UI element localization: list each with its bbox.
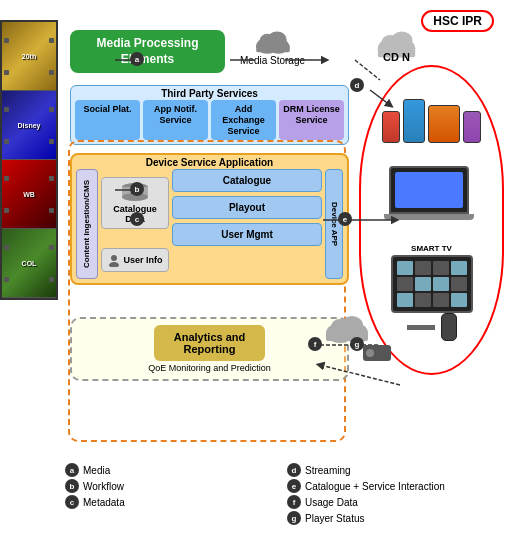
tv-cell: [397, 277, 413, 291]
qoe-label: QoE Monitoring and Prediction: [148, 363, 271, 373]
legend-item-usage: f Usage Data: [287, 495, 499, 509]
user-info-box: User Info: [101, 248, 169, 272]
svg-point-13: [111, 255, 117, 261]
smart-tv-group: SMART TV: [391, 244, 473, 341]
hsc-ipr-label: HSC IPR: [421, 10, 494, 32]
tv-bottom: [407, 313, 457, 341]
tv-cell: [433, 277, 449, 291]
badge-legend-e: e: [287, 479, 301, 493]
device-app-text: Device APP: [330, 202, 339, 246]
tv-cell: [451, 277, 467, 291]
badge-b: b: [130, 182, 144, 196]
tv-stand: [407, 325, 435, 330]
laptop-screen-display: [395, 172, 463, 208]
service-social: Social Plat.: [75, 100, 140, 140]
legend-media-label: Media: [83, 465, 110, 476]
func-usermgmt: User Mgmt: [172, 223, 322, 246]
analytics-inner: Analytics andReporting: [154, 325, 266, 361]
svg-point-14: [109, 262, 119, 267]
media-processing-box: Media Processing Elements: [70, 30, 225, 73]
tablet-1: [428, 105, 460, 143]
media-storage-label: Media Storage: [240, 55, 305, 66]
func-playout: Playout: [172, 196, 322, 219]
content-ingestion-label: Content Ingestion/CMS: [83, 180, 92, 268]
device-functions: Catalogue Playout User Mgmt: [172, 169, 322, 279]
service-appnotif: App Notif. Service: [143, 100, 208, 140]
badge-legend-c: c: [65, 495, 79, 509]
third-party-services-box: Third Party Services Social Plat. App No…: [70, 85, 349, 145]
film-strip: 20th Disney WB COL: [0, 20, 58, 300]
badge-c: c: [130, 212, 144, 226]
device-service-content: Content Ingestion/CMS Catalogue Data: [76, 169, 343, 279]
cdn-cloud: CD N: [374, 27, 419, 63]
badge-legend-g: g: [287, 511, 301, 525]
svg-point-8: [391, 31, 412, 49]
legend: a Media d Streaming b Workflow e Catalog…: [65, 463, 499, 525]
badge-legend-d: d: [287, 463, 301, 477]
film-frame-1: 20th: [2, 22, 56, 91]
tv-cell: [397, 261, 413, 275]
legend-item-media: a Media: [65, 463, 277, 477]
legend-item-player: g Player Status: [287, 511, 499, 525]
phones-group: [382, 99, 481, 143]
user-info-icon: [107, 253, 121, 267]
tv-cell: [415, 261, 431, 275]
media-storage: Media Storage: [240, 27, 305, 66]
legend-item-workflow: b Workflow: [65, 479, 277, 493]
film-frame-4: COL: [2, 229, 56, 298]
legend-player-label: Player Status: [305, 513, 364, 524]
tv-cell: [415, 293, 431, 307]
laptop-base: [384, 214, 474, 220]
badge-legend-f: f: [287, 495, 301, 509]
media-storage-cloud-icon: [253, 27, 293, 55]
phone-1: [382, 111, 400, 143]
third-party-label: Third Party Services: [161, 88, 258, 99]
content-ingestion-box: Content Ingestion/CMS: [76, 169, 98, 279]
legend-workflow-label: Workflow: [83, 481, 124, 492]
tv-cell: [415, 277, 431, 291]
legend-item-empty: [65, 511, 277, 525]
tv-cell: [451, 261, 467, 275]
devices-panel: SMART TV: [359, 65, 504, 375]
film-frame-3: WB: [2, 160, 56, 229]
phone-2: [403, 99, 425, 143]
cdn-label: CD N: [383, 51, 410, 63]
badge-legend-a: a: [65, 463, 79, 477]
smart-tv-screen: [391, 255, 473, 313]
third-party-services-list: Social Plat. App Notif. Service Add Exch…: [75, 100, 344, 140]
tv-cell: [433, 261, 449, 275]
badge-f: f: [308, 337, 322, 351]
device-service-box: Device Service Application Content Inges…: [70, 153, 349, 285]
main-container: 20th Disney WB COL HSC IPR Media Process…: [0, 0, 509, 535]
legend-item-catalogue: e Catalogue + Service Interaction: [287, 479, 499, 493]
badge-a: a: [130, 52, 144, 66]
smart-tv-label: SMART TV: [411, 244, 452, 253]
laptop: [389, 166, 474, 220]
badge-d: d: [350, 78, 364, 92]
remote-control: [441, 313, 457, 341]
legend-item-metadata: c Metadata: [65, 495, 277, 509]
tv-cell: [451, 293, 467, 307]
analytics-box: Analytics andReporting QoE Monitoring an…: [70, 317, 349, 381]
svg-rect-4: [256, 44, 290, 52]
service-drm: DRM License Service: [279, 100, 344, 140]
tv-cell: [433, 293, 449, 307]
diagram-area: HSC IPR Media Processing Elements Media …: [60, 5, 504, 530]
legend-catalogue-label: Catalogue + Service Interaction: [305, 481, 445, 492]
service-addexchange: Add Exchange Service: [211, 100, 276, 140]
badge-legend-b: b: [65, 479, 79, 493]
tv-cell: [397, 293, 413, 307]
legend-streaming-label: Streaming: [305, 465, 351, 476]
phone-3: [463, 111, 481, 143]
device-service-label: Device Service Application: [146, 157, 273, 168]
legend-item-streaming: d Streaming: [287, 463, 499, 477]
laptop-screen: [389, 166, 469, 214]
badge-e: e: [338, 212, 352, 226]
svg-line-18: [355, 60, 380, 80]
badge-g: g: [350, 337, 364, 351]
func-catalogue: Catalogue: [172, 169, 322, 192]
legend-metadata-label: Metadata: [83, 497, 125, 508]
svg-point-30: [366, 349, 374, 357]
film-frame-2: Disney: [2, 91, 56, 160]
legend-usage-label: Usage Data: [305, 497, 358, 508]
